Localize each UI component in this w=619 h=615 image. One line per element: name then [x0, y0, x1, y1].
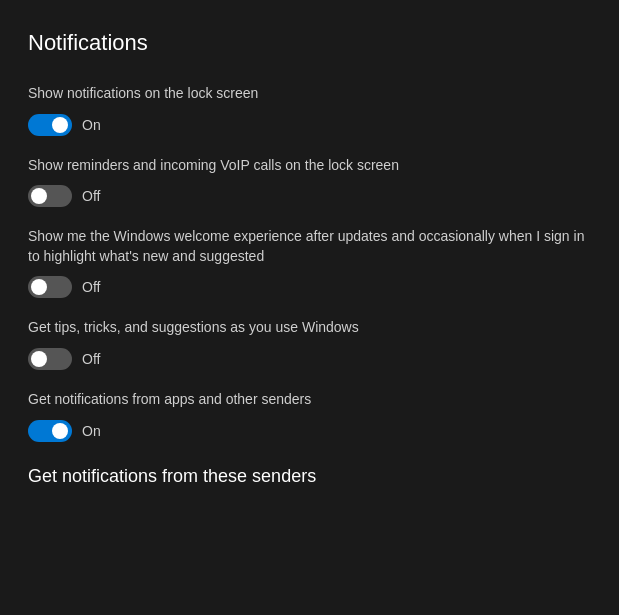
setting-voip-lock-screen: Show reminders and incoming VoIP calls o…: [28, 156, 591, 208]
toggle-knob-tips-tricks: [31, 351, 47, 367]
toggle-row-lock-screen-notifications: On: [28, 114, 591, 136]
toggle-knob-lock-screen-notifications: [52, 117, 68, 133]
setting-tips-tricks: Get tips, tricks, and suggestions as you…: [28, 318, 591, 370]
setting-label-app-notifications: Get notifications from apps and other se…: [28, 390, 591, 410]
setting-windows-welcome: Show me the Windows welcome experience a…: [28, 227, 591, 298]
toggle-state-lock-screen-notifications: On: [82, 117, 101, 133]
page-title: Notifications: [28, 30, 591, 56]
toggle-state-app-notifications: On: [82, 423, 101, 439]
toggle-knob-app-notifications: [52, 423, 68, 439]
toggle-state-tips-tricks: Off: [82, 351, 100, 367]
setting-app-notifications: Get notifications from apps and other se…: [28, 390, 591, 442]
toggle-voip-lock-screen[interactable]: [28, 185, 72, 207]
toggle-windows-welcome[interactable]: [28, 276, 72, 298]
toggle-tips-tricks[interactable]: [28, 348, 72, 370]
section-subtitle: Get notifications from these senders: [28, 466, 591, 487]
toggle-state-voip-lock-screen: Off: [82, 188, 100, 204]
toggle-row-windows-welcome: Off: [28, 276, 591, 298]
toggle-knob-windows-welcome: [31, 279, 47, 295]
setting-label-lock-screen-notifications: Show notifications on the lock screen: [28, 84, 591, 104]
toggle-row-app-notifications: On: [28, 420, 591, 442]
toggle-state-windows-welcome: Off: [82, 279, 100, 295]
section-divider: Get notifications from these senders: [28, 466, 591, 487]
toggle-knob-voip-lock-screen: [31, 188, 47, 204]
setting-label-windows-welcome: Show me the Windows welcome experience a…: [28, 227, 591, 266]
toggle-row-tips-tricks: Off: [28, 348, 591, 370]
setting-label-voip-lock-screen: Show reminders and incoming VoIP calls o…: [28, 156, 591, 176]
toggle-app-notifications[interactable]: [28, 420, 72, 442]
toggle-row-voip-lock-screen: Off: [28, 185, 591, 207]
settings-list: Show notifications on the lock screen On…: [28, 84, 591, 442]
toggle-lock-screen-notifications[interactable]: [28, 114, 72, 136]
setting-label-tips-tricks: Get tips, tricks, and suggestions as you…: [28, 318, 591, 338]
setting-lock-screen-notifications: Show notifications on the lock screen On: [28, 84, 591, 136]
